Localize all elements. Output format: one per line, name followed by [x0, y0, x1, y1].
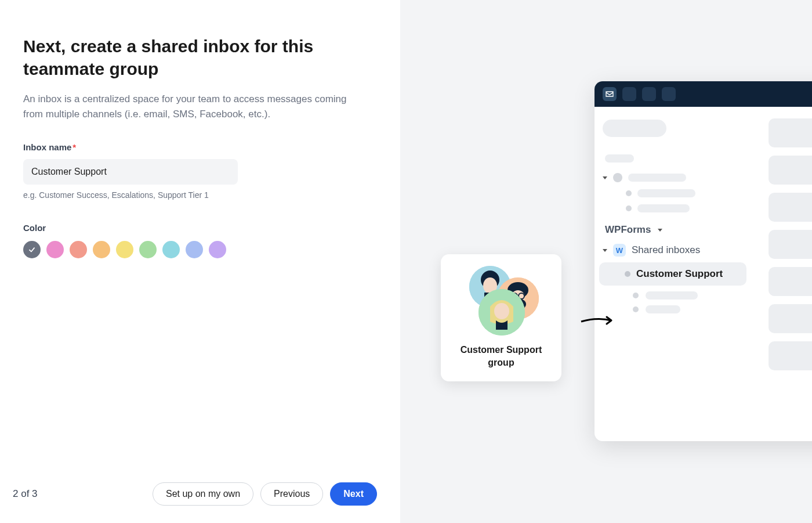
dot-icon — [633, 306, 639, 312]
color-swatch[interactable] — [46, 241, 64, 258]
preview-titlebar — [594, 81, 812, 107]
inbox-name-label: Inbox name — [23, 142, 71, 152]
color-swatch[interactable] — [186, 241, 203, 258]
group-card: Customer Support group — [441, 254, 561, 381]
inbox-name-field: Inbox name* e.g. Customer Success, Escal… — [23, 142, 377, 200]
color-swatch[interactable] — [162, 241, 180, 258]
svg-point-11 — [494, 303, 509, 319]
skeleton-placeholder — [605, 154, 634, 163]
group-card-label: Customer Support group — [451, 344, 551, 369]
color-swatch[interactable] — [209, 241, 226, 258]
skeleton-tree-row — [603, 291, 743, 300]
previous-button[interactable]: Previous — [260, 482, 323, 506]
footer-buttons: Set up on my own Previous Next — [153, 482, 377, 506]
shared-inboxes-section: W Shared inboxes — [603, 244, 743, 257]
skeleton-placeholder — [603, 120, 666, 137]
color-swatch[interactable] — [139, 241, 157, 258]
caret-down-icon — [658, 229, 662, 232]
skeleton-placeholder — [637, 189, 695, 197]
wizard-preview-panel: Customer Support group — [400, 0, 812, 523]
page-title: Next, create a shared inbox for this tea… — [23, 35, 360, 80]
skeleton-tree-row — [603, 173, 743, 182]
color-swatch-row — [23, 241, 377, 258]
arrow-annotation-icon — [580, 313, 617, 330]
titlebar-placeholder-icon — [662, 87, 676, 101]
skeleton-tree-row — [603, 305, 743, 313]
color-swatch[interactable] — [116, 241, 133, 258]
skeleton-placeholder — [628, 174, 686, 182]
skeleton-placeholder — [768, 118, 812, 147]
caret-down-icon — [603, 176, 607, 179]
highlighted-inbox-name: Customer Support — [636, 268, 723, 280]
skeleton-tree-row — [603, 189, 743, 197]
skeleton-placeholder — [646, 305, 680, 313]
dot-icon — [613, 173, 622, 182]
dot-icon — [625, 271, 630, 277]
caret-down-icon — [603, 249, 607, 252]
skeleton-placeholder — [768, 193, 812, 222]
required-mark: * — [72, 142, 76, 152]
preview-sidebar: WPForms W Shared inboxes Customer Suppor… — [594, 107, 751, 441]
inbox-name-input[interactable] — [23, 159, 238, 185]
wizard-left-panel: Next, create a shared inbox for this tea… — [0, 0, 400, 523]
avatar-illustration — [478, 289, 525, 336]
titlebar-placeholder-icon — [642, 87, 656, 101]
dot-icon — [626, 205, 632, 211]
skeleton-placeholder — [768, 230, 812, 259]
titlebar-placeholder-icon — [622, 87, 636, 101]
avatar-cluster — [463, 266, 539, 336]
highlighted-inbox-row: Customer Support — [599, 262, 746, 286]
wizard-footer: 2 of 3 Set up on my own Previous Next — [0, 482, 400, 506]
skeleton-placeholder — [637, 204, 690, 212]
dot-icon — [633, 293, 639, 298]
skeleton-placeholder — [768, 341, 812, 370]
page-subtitle: An inbox is a centralized space for your… — [23, 92, 348, 121]
inbox-name-hint: e.g. Customer Success, Escalations, Supp… — [23, 190, 377, 200]
preview-content-column — [751, 107, 812, 441]
workspace-name: WPForms — [605, 224, 651, 236]
skeleton-placeholder — [768, 304, 812, 333]
check-icon — [28, 246, 36, 254]
step-indicator: 2 of 3 — [13, 488, 38, 500]
color-swatch[interactable] — [70, 241, 87, 258]
skeleton-placeholder — [768, 156, 812, 185]
workspace-badge: W — [613, 244, 626, 257]
color-field: Color — [23, 223, 377, 258]
app-preview-window: WPForms W Shared inboxes Customer Suppor… — [594, 81, 812, 441]
next-button[interactable]: Next — [330, 482, 377, 506]
color-swatch-selected[interactable] — [23, 241, 41, 258]
setup-on-my-own-button[interactable]: Set up on my own — [153, 482, 253, 506]
dot-icon — [626, 190, 632, 196]
skeleton-placeholder — [768, 267, 812, 296]
skeleton-tree-row — [603, 204, 743, 212]
color-swatch[interactable] — [93, 241, 110, 258]
inbox-icon — [603, 87, 617, 101]
workspace-selector: WPForms — [605, 224, 743, 236]
skeleton-placeholder — [646, 291, 698, 300]
color-label: Color — [23, 223, 377, 233]
shared-inboxes-label: Shared inboxes — [632, 244, 700, 256]
